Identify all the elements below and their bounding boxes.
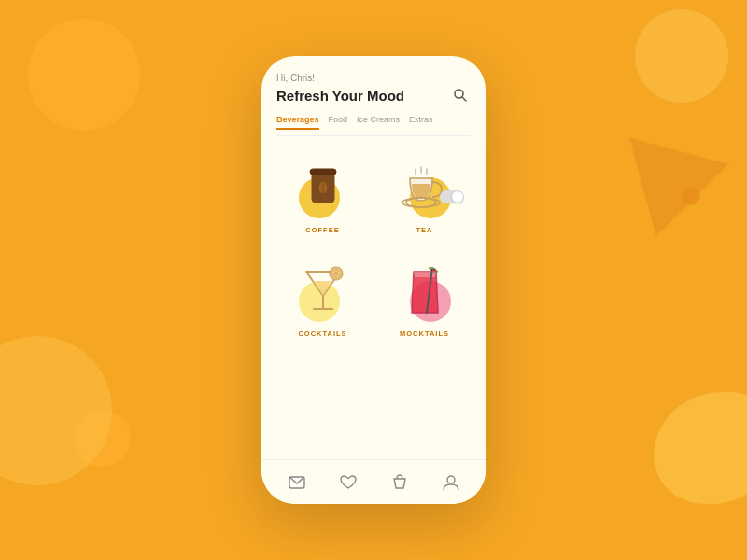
mocktail-icon (401, 264, 449, 320)
profile-nav-button[interactable] (440, 471, 462, 494)
coffee-icon-wrap (291, 157, 355, 220)
tab-food[interactable]: Food (329, 115, 348, 130)
title-row: Refresh Your Mood (276, 85, 471, 105)
page-title: Refresh Your Mood (276, 88, 404, 104)
mocktails-item[interactable]: MOCKTAILS (378, 251, 471, 345)
coffee-icon (303, 163, 344, 214)
coffee-label: COFFEE (305, 226, 339, 234)
mail-nav-button[interactable] (286, 471, 308, 494)
cocktails-label: COCKTAILS (298, 329, 346, 338)
mail-icon (289, 476, 305, 489)
mocktails-icon-wrap (393, 260, 457, 324)
phone-content: Hi, Chris! Refresh Your Mood Beverages F… (261, 56, 486, 459)
svg-rect-3 (310, 169, 336, 175)
cocktails-icon-wrap (291, 260, 355, 324)
svg-point-25 (447, 476, 455, 483)
search-icon (453, 88, 468, 103)
svg-line-1 (462, 97, 466, 101)
tab-bar: Beverages Food Ice Creams Extras (276, 115, 471, 136)
cocktails-item[interactable]: COCKTAILS (276, 251, 369, 345)
tea-icon (401, 165, 449, 212)
svg-marker-12 (313, 281, 333, 296)
tab-beverages[interactable]: Beverages (276, 115, 319, 130)
coffee-item[interactable]: COFFEE (276, 147, 369, 242)
svg-point-22 (430, 269, 432, 271)
favorites-nav-button[interactable] (337, 471, 359, 494)
bg-circle-top-left (28, 19, 140, 131)
tab-extras[interactable]: Extras (409, 115, 433, 130)
tea-item[interactable]: TEA (378, 147, 471, 242)
tea-toggle[interactable] (440, 190, 464, 203)
cocktail-icon (299, 266, 347, 318)
search-button[interactable] (450, 85, 471, 105)
bg-triangle (607, 137, 729, 249)
bg-circle-top-right (635, 9, 728, 103)
mocktails-label: MOCKTAILS (400, 329, 449, 338)
user-icon (443, 474, 459, 491)
cart-nav-button[interactable] (388, 471, 411, 494)
toggle-knob (452, 191, 463, 203)
phone-shell: Hi, Chris! Refresh Your Mood Beverages F… (261, 56, 486, 504)
tab-ice-creams[interactable]: Ice Creams (357, 115, 400, 130)
bg-blob-right (654, 392, 747, 504)
tea-label: TEA (416, 226, 433, 234)
bottom-navigation (261, 459, 486, 504)
greeting-text: Hi, Chris! (276, 73, 471, 83)
bag-icon (391, 474, 408, 491)
svg-point-23 (433, 269, 435, 271)
beverage-grid: COFFEE (276, 147, 471, 345)
tea-icon-wrap (393, 157, 457, 220)
heart-icon (340, 475, 357, 490)
